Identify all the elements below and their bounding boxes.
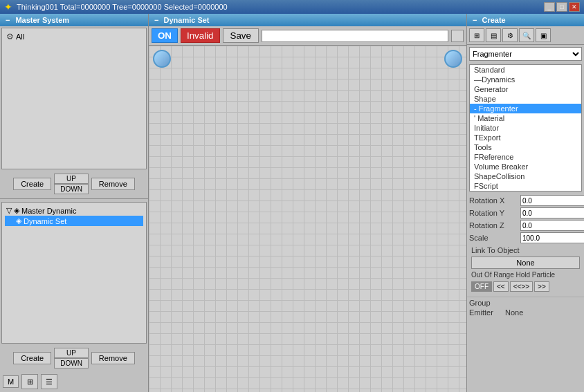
rotation-x-row: Rotation X ▲ ▼ [469, 195, 582, 206]
list-icon-btn[interactable]: ☰ [41, 374, 57, 389]
none-btn[interactable]: None [471, 256, 580, 269]
list-item-dynamics[interactable]: —Dynamics [470, 75, 581, 84]
left-panel: − Master System ⚙ All Create UP DOWN Rem… [0, 14, 149, 392]
grid-icon-btn[interactable]: ⊞ [21, 374, 38, 389]
master-dynamic-branch: ▽ ◈ Master Dynamic ◈ Dynamic Set [5, 205, 143, 226]
group-label: Group [469, 299, 504, 307]
out-of-range-label: Out Of Range Hold Particle [469, 270, 582, 280]
rotation-z-label: Rotation Z [469, 221, 519, 230]
create-top-btn[interactable]: Create [13, 178, 51, 190]
title-bar: ✦ Thinking001 Total=0000000 Tree=0000000… [0, 0, 584, 14]
dynamic-set-title: Dynamic Set [164, 16, 210, 24]
rotation-y-label: Rotation Y [469, 209, 519, 217]
list-item-material[interactable]: ' Material [470, 113, 581, 123]
list-item-generator[interactable]: Generator [470, 84, 581, 94]
create-icons-row: ⊞ ▤ ⚙ 🔍 ▣ [467, 26, 584, 45]
separator [0, 198, 148, 199]
range-forward-btn[interactable]: >> [534, 281, 549, 292]
collapse-create-icon[interactable]: − [473, 16, 477, 24]
scale-label: Scale [469, 234, 519, 242]
down-btn[interactable]: DOWN [54, 184, 89, 194]
center-panel: − Dynamic Set ON Invalid Save [149, 14, 466, 392]
list-item-standard[interactable]: Standard [470, 65, 581, 75]
minimize-btn[interactable]: _ [544, 2, 555, 12]
maximize-btn[interactable]: □ [556, 2, 567, 12]
list-item-shape[interactable]: Shape [470, 94, 581, 104]
list-item-script[interactable]: FScript [470, 181, 581, 191]
scale-row: Scale ▲ ▼ [469, 232, 582, 243]
collapse-dynamic-icon[interactable]: − [154, 16, 158, 24]
invalid-btn[interactable]: Invalid [181, 28, 220, 43]
window-controls: _ □ ✕ [544, 2, 580, 12]
up-down-group-bottom: UP DOWN [54, 348, 89, 368]
create-title: Create [482, 16, 506, 24]
bottom-tree[interactable]: ▽ ◈ Master Dynamic ◈ Dynamic Set [1, 202, 147, 344]
create-list: Standard —Dynamics Generator Shape - Fra… [469, 64, 582, 192]
up-down-group: UP DOWN [54, 174, 89, 194]
dropdown-container: Fragmenter Standard Dynamics Generator S… [467, 45, 584, 63]
remove-top-btn[interactable]: Remove [91, 178, 135, 190]
up-btn[interactable]: UP [54, 174, 89, 184]
emitter-label: Emitter [469, 308, 504, 317]
link-label: Link To Object [469, 245, 582, 256]
master-dynamic-item[interactable]: ▽ ◈ Master Dynamic [5, 205, 143, 216]
list-item-reference[interactable]: FReference [470, 152, 581, 162]
list-item-volume[interactable]: Volume Breaker [470, 162, 581, 171]
group-emitter-section: Group Emitter None [467, 297, 584, 319]
expand-icon: ▽ [6, 206, 12, 215]
master-system-title: Master System [15, 16, 69, 24]
canvas-circle-right[interactable] [444, 50, 462, 68]
m-btn[interactable]: M [3, 375, 19, 388]
list-item-fragmenter[interactable]: - Fragmenter [470, 104, 581, 113]
dynamic-set-item[interactable]: ◈ Dynamic Set [5, 216, 143, 226]
master-dynamic-label: Master Dynamic [21, 207, 76, 215]
emitter-value: None [505, 308, 523, 317]
create-header: − Create [467, 14, 584, 26]
dynamic-toolbar: ON Invalid Save [149, 26, 466, 46]
create-bottom-btn[interactable]: Create [13, 352, 51, 364]
remove-bottom-btn[interactable]: Remove [91, 352, 135, 364]
canvas-circle-left[interactable] [153, 50, 171, 68]
right-panel: − Create ⊞ ▤ ⚙ 🔍 ▣ Fragmenter Standard D… [466, 14, 584, 392]
create-icon-list[interactable]: ▤ [486, 28, 501, 42]
down-bottom-btn[interactable]: DOWN [54, 358, 89, 368]
rotation-y-row: Rotation Y ▲ ▼ [469, 207, 582, 218]
list-item-collision[interactable]: ShapeCollision [470, 171, 581, 181]
scale-input[interactable] [520, 232, 584, 243]
emitter-row: Emitter None [469, 308, 582, 317]
create-icon-cube[interactable]: ▣ [536, 28, 551, 42]
rotation-x-input[interactable] [520, 195, 584, 206]
rotation-y-input[interactable] [520, 207, 584, 218]
bottom-panel-buttons: Create UP DOWN Remove [0, 345, 148, 371]
range-back-btn[interactable]: << [493, 281, 509, 292]
app-icon: ✦ [4, 1, 12, 12]
on-btn[interactable]: ON [152, 28, 178, 43]
rotation-z-row: Rotation Z ▲ ▼ [469, 220, 582, 231]
close-btn[interactable]: ✕ [569, 2, 580, 12]
toolbar-input[interactable] [262, 30, 448, 42]
toolbar-square [451, 30, 464, 42]
main-container: − Master System ⚙ All Create UP DOWN Rem… [0, 14, 584, 392]
list-item-initiator[interactable]: Initiator [470, 123, 581, 133]
range-bounce-btn[interactable]: <<>> [510, 281, 533, 292]
all-item[interactable]: ⚙ All [5, 31, 143, 42]
bottom-icons-row: M ⊞ ☰ [0, 371, 148, 392]
properties-section: Rotation X ▲ ▼ Rotation Y ▲ ▼ Rotation Z [467, 193, 584, 295]
list-item-export[interactable]: TExport [470, 133, 581, 142]
fragmenter-dropdown[interactable]: Fragmenter Standard Dynamics Generator S… [469, 47, 582, 61]
create-icon-search[interactable]: 🔍 [519, 28, 534, 42]
create-icon-grid[interactable]: ⊞ [469, 28, 484, 42]
collapse-master-icon[interactable]: − [6, 16, 10, 24]
create-icon-settings[interactable]: ⚙ [502, 28, 518, 42]
list-item-tools[interactable]: Tools [470, 142, 581, 152]
canvas-area[interactable] [149, 46, 466, 392]
title-text: Thinking001 Total=0000000 Tree=0000000 S… [17, 3, 228, 11]
rotation-x-label: Rotation X [469, 196, 519, 205]
master-system-tree[interactable]: ⚙ All [1, 28, 147, 169]
rotation-z-input[interactable] [520, 220, 584, 231]
dynamic-set-icon: ◈ [16, 216, 21, 225]
up-bottom-btn[interactable]: UP [54, 348, 89, 358]
save-btn[interactable]: Save [223, 28, 259, 43]
all-icon: ⚙ [6, 32, 14, 41]
range-off-btn[interactable]: OFF [471, 281, 492, 292]
